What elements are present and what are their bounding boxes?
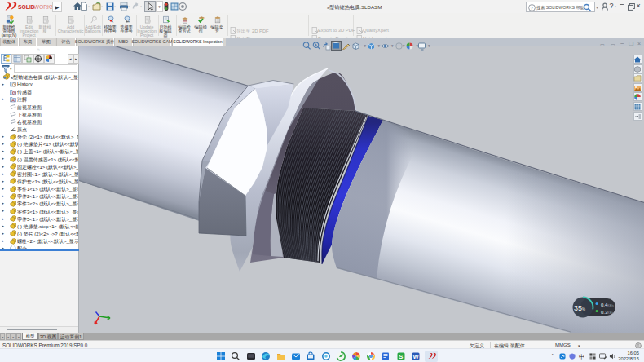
svg-text:W: W [413, 353, 420, 360]
svg-text:S: S [399, 353, 403, 360]
svg-text:SOLID: SOLID [18, 4, 35, 10]
svg-text:A: A [11, 98, 15, 103]
svg-text:?: ? [531, 6, 534, 11]
